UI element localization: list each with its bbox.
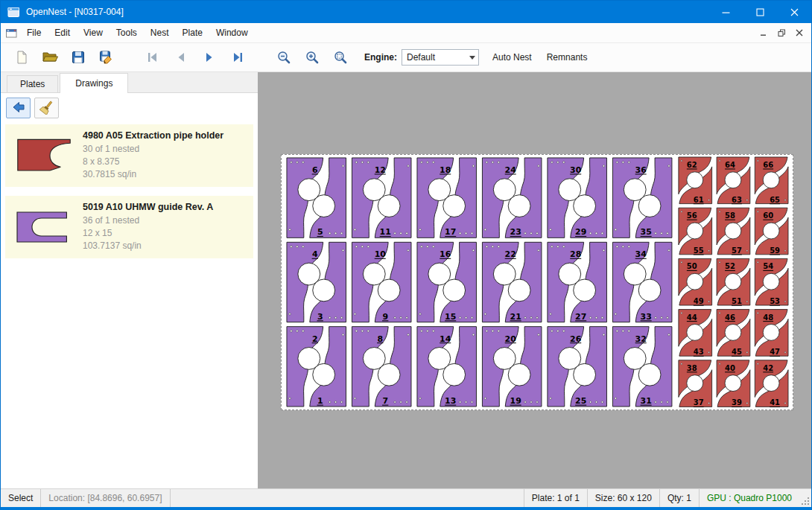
nest-cell-purple[interactable]: 3635	[612, 158, 672, 238]
nest-cell-purple[interactable]: 65	[287, 158, 346, 238]
nest-cell-red[interactable]: 5453	[755, 258, 788, 305]
auto-nest-button[interactable]: Auto Nest	[491, 49, 533, 66]
app-window: OpenNest - [N0317-004] File Edit View To…	[0, 0, 812, 510]
nest-cell-red[interactable]: 5655	[679, 208, 712, 255]
menu-edit[interactable]: Edit	[48, 24, 77, 42]
drawing-item-pipe-holder[interactable]: 4980 A05 Extraction pipe holder 30 of 1 …	[5, 124, 253, 187]
main-toolbar: Engine: Default Auto Nest Remnants	[1, 43, 811, 72]
statusbar: Select Location: [84.8696, 60.6957] Plat…	[1, 488, 811, 507]
close-button[interactable]	[777, 1, 811, 23]
nest-cell-purple[interactable]: 21	[287, 327, 346, 407]
zoom-in-button[interactable]	[300, 45, 324, 69]
nest-canvas[interactable]: 6512111817242330293635431091615222128273…	[258, 72, 811, 488]
mdi-restore-button[interactable]	[773, 25, 790, 40]
svg-text:37: 37	[694, 398, 704, 407]
save-as-button[interactable]	[95, 45, 118, 69]
status-gpu: GPU : Quadro P1000	[699, 489, 799, 507]
panel-toolbar	[1, 93, 258, 123]
nest-cell-red[interactable]: 5251	[717, 258, 750, 305]
nest-cell-purple[interactable]: 3433	[612, 242, 672, 322]
nest-cell-purple[interactable]: 43	[287, 242, 346, 322]
nest-cell-red[interactable]: 6463	[717, 157, 750, 204]
nest-cell-purple[interactable]: 1817	[417, 158, 477, 238]
svg-text:29: 29	[575, 227, 586, 237]
tab-strip: Plates Drawings	[1, 72, 258, 92]
nest-cell-red[interactable]: 4443	[679, 310, 712, 357]
drawing-title: 5019 A10 UHMW guide Rev. A	[83, 202, 249, 212]
nest-cell-red[interactable]: 4847	[755, 310, 788, 357]
nest-cell-purple[interactable]: 3029	[548, 158, 607, 238]
menu-window[interactable]: Window	[209, 24, 255, 42]
tab-plates[interactable]: Plates	[7, 75, 58, 92]
drawing-list: 4980 A05 Extraction pipe holder 30 of 1 …	[1, 123, 258, 488]
zoom-fit-button[interactable]	[329, 45, 352, 69]
nest-plate-svg[interactable]: 6512111817242330293635431091615222128273…	[282, 155, 793, 409]
go-last-button[interactable]	[226, 45, 250, 69]
menu-file[interactable]: File	[20, 24, 48, 42]
svg-text:1: 1	[317, 396, 323, 406]
go-next-button[interactable]	[197, 45, 221, 69]
clean-drawings-button[interactable]	[34, 98, 59, 118]
go-first-button[interactable]	[141, 45, 165, 69]
nest-cell-purple[interactable]: 2423	[482, 158, 542, 238]
remnants-button[interactable]: Remnants	[545, 49, 589, 66]
nest-cell-red[interactable]: 4241	[755, 360, 788, 407]
svg-text:64: 64	[725, 161, 735, 169]
resize-grip[interactable]	[799, 489, 811, 507]
titlebar[interactable]: OpenNest - [N0317-004]	[1, 1, 811, 23]
nest-cell-purple[interactable]: 87	[352, 327, 411, 407]
menu-view[interactable]: View	[77, 24, 110, 42]
mdi-close-button[interactable]	[790, 25, 808, 40]
svg-text:8: 8	[377, 334, 383, 344]
import-drawing-button[interactable]	[6, 98, 31, 118]
go-previous-button[interactable]	[169, 45, 193, 69]
nest-cell-red[interactable]: 6059	[755, 208, 788, 255]
nest-cell-red[interactable]: 3837	[679, 360, 712, 407]
nest-plate[interactable]: 6512111817242330293635431091615222128273…	[281, 154, 793, 410]
svg-text:4: 4	[312, 249, 318, 259]
status-size: Size: 60 x 120	[587, 489, 659, 507]
svg-text:49: 49	[694, 297, 704, 305]
mdi-minimize-button[interactable]	[755, 25, 773, 40]
engine-dropdown[interactable]: Default	[402, 49, 479, 66]
nest-cell-purple[interactable]: 1615	[417, 242, 477, 322]
engine-label: Engine:	[364, 52, 397, 63]
menu-plate[interactable]: Plate	[176, 24, 209, 42]
svg-text:25: 25	[575, 396, 586, 406]
drawing-item-uhmw-guide[interactable]: 5019 A10 UHMW guide Rev. A 36 of 1 neste…	[5, 196, 253, 258]
menu-nest[interactable]: Nest	[144, 24, 176, 42]
nest-cell-red[interactable]: 6665	[755, 157, 788, 204]
zoom-out-button[interactable]	[272, 45, 296, 69]
svg-text:57: 57	[732, 246, 742, 255]
minimize-button[interactable]	[708, 1, 743, 23]
menu-tools[interactable]: Tools	[110, 24, 144, 42]
svg-text:60: 60	[763, 211, 773, 220]
svg-text:47: 47	[770, 348, 780, 356]
nest-cell-red[interactable]: 4039	[717, 360, 750, 407]
svg-text:65: 65	[770, 196, 780, 204]
nest-cell-purple[interactable]: 2625	[548, 327, 607, 407]
nest-cell-red[interactable]: 4645	[717, 310, 750, 357]
pipe-holder-shape	[18, 139, 70, 170]
new-file-button[interactable]	[10, 45, 34, 69]
nest-cell-purple[interactable]: 1413	[417, 327, 477, 407]
svg-text:21: 21	[510, 312, 521, 322]
nest-cell-red[interactable]: 5857	[717, 208, 750, 255]
nest-cell-purple[interactable]: 3231	[612, 327, 672, 407]
nest-cell-purple[interactable]: 109	[352, 242, 411, 322]
svg-text:55: 55	[694, 246, 704, 255]
nest-cell-purple[interactable]: 2827	[548, 242, 607, 322]
nest-cell-red[interactable]: 6261	[679, 157, 712, 204]
tab-drawings[interactable]: Drawings	[60, 73, 128, 93]
svg-text:56: 56	[687, 211, 697, 220]
nest-cell-red[interactable]: 5049	[679, 258, 712, 305]
maximize-button[interactable]	[743, 1, 777, 23]
svg-text:5: 5	[317, 227, 323, 237]
nest-cell-purple[interactable]: 2019	[482, 327, 542, 407]
svg-text:59: 59	[770, 246, 780, 255]
open-file-button[interactable]	[38, 45, 62, 69]
svg-text:3: 3	[317, 312, 323, 322]
nest-cell-purple[interactable]: 2221	[482, 242, 542, 322]
nest-cell-purple[interactable]: 1211	[352, 158, 411, 238]
save-button[interactable]	[66, 45, 90, 69]
